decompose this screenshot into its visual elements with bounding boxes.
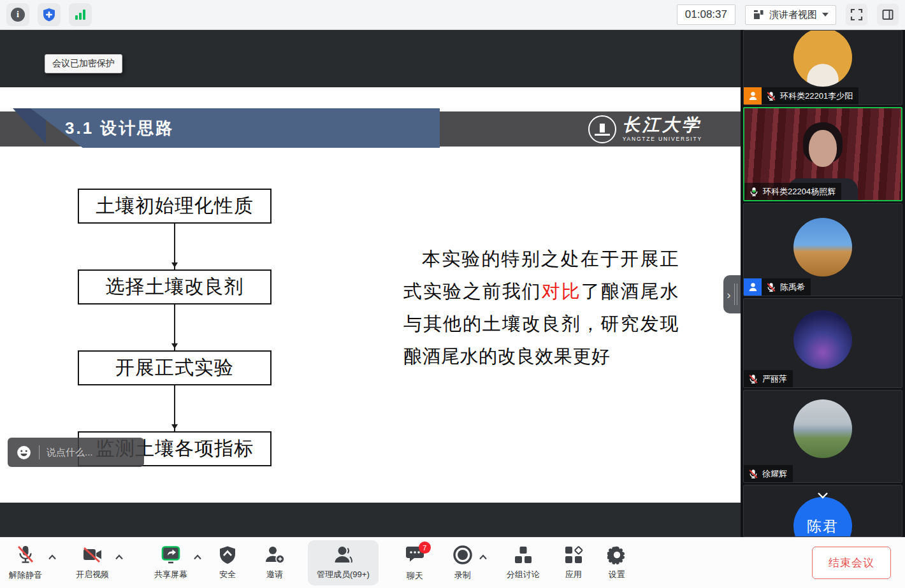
cohost-badge: [744, 278, 762, 296]
flowchart-step-1: 土壤初始理化性质: [78, 189, 272, 224]
security-shield-button[interactable]: [38, 3, 61, 26]
chat-input-divider: [39, 445, 40, 459]
invite-button[interactable]: 邀请: [263, 543, 286, 583]
slide-title: 3.1 设计思路: [65, 108, 174, 148]
participants-sidebar: 环科类22201李少阳 环科类2220: [741, 30, 905, 537]
meeting-timer: 01:08:37: [677, 4, 735, 25]
participant-tile[interactable]: 严丽萍: [743, 298, 902, 388]
quick-chat-input[interactable]: 说点什么...: [8, 438, 144, 467]
participant-namebar: 徐耀辉: [744, 465, 793, 482]
record-button[interactable]: 录制: [451, 542, 474, 584]
mic-muted-icon: [16, 545, 35, 565]
participant-namebar: 环科类22201李少阳: [744, 87, 858, 104]
avatar: [793, 399, 852, 458]
person-icon: [748, 90, 758, 101]
flowchart-step-3: 开展正式实验: [78, 350, 272, 385]
share-screen-icon: [161, 545, 181, 564]
scroll-more-chevron-icon[interactable]: [816, 491, 829, 502]
university-logo: 长江大学 YANGTZE UNIVERSITY: [588, 113, 702, 145]
mic-muted-icon: [766, 91, 776, 101]
share-screen-button[interactable]: 共享屏幕: [153, 543, 189, 583]
fullscreen-icon: [850, 8, 863, 21]
chevron-down-icon: [822, 13, 829, 20]
meeting-main-area: 会议已加密保护 3.1 设计思路 长江大学 YANGTZE UNIVERSITY…: [0, 30, 905, 537]
person-icon: [748, 282, 758, 292]
apps-button[interactable]: 应用: [563, 543, 584, 583]
security-shield-icon: [219, 545, 236, 564]
start-video-button[interactable]: 开启视频: [75, 543, 110, 583]
apps-label: 应用: [565, 569, 582, 580]
shared-screen-stage: 会议已加密保护 3.1 设计思路 长江大学 YANGTZE UNIVERSITY…: [0, 30, 741, 537]
breakout-rooms-icon: [514, 545, 533, 564]
participant-name: 徐耀辉: [762, 468, 787, 480]
participant-tile-speaking[interactable]: 环科类22204杨照辉: [743, 107, 902, 201]
meeting-info-button[interactable]: i: [6, 3, 29, 26]
avatar-initials: 陈君: [807, 517, 839, 536]
flowchart-step-2: 选择土壤改良剂: [78, 269, 272, 305]
settings-label: 设置: [609, 569, 625, 580]
network-signal-button[interactable]: [69, 3, 92, 26]
security-button[interactable]: 安全: [217, 543, 238, 583]
gear-icon: [607, 545, 626, 564]
record-options-chevron[interactable]: [479, 554, 488, 560]
host-badge: [744, 87, 762, 104]
chat-unread-badge: 7: [419, 541, 431, 554]
chevron-right-icon: ›: [727, 289, 730, 301]
chat-input-placeholder[interactable]: 说点什么...: [47, 447, 93, 459]
paragraph-highlight: 对比: [542, 281, 581, 301]
chat-button[interactable]: 7 聊天: [404, 541, 426, 584]
mic-muted-icon: [748, 374, 758, 384]
sidebar-collapse-handle[interactable]: ›: [723, 275, 741, 313]
fullscreen-button[interactable]: [846, 4, 867, 25]
invite-person-icon: [264, 545, 285, 564]
letterbox-bottom: [0, 503, 741, 537]
video-options-chevron[interactable]: [115, 554, 124, 560]
manage-members-button[interactable]: 管理成员(99+): [308, 540, 379, 585]
security-label: 安全: [219, 569, 236, 580]
participant-name: 环科类22201李少阳: [780, 90, 853, 102]
flowchart-arrow: [174, 305, 175, 350]
info-icon: i: [11, 8, 25, 22]
members-icon: [333, 545, 353, 564]
shield-plus-icon: [41, 7, 57, 22]
participant-name: 陈禹希: [780, 282, 805, 293]
breakout-rooms-button[interactable]: 分组讨论: [505, 543, 541, 583]
end-meeting-button[interactable]: 结束会议: [812, 547, 891, 579]
share-screen-label: 共享屏幕: [154, 569, 187, 580]
invite-label: 邀请: [266, 569, 283, 580]
chat-label: 聊天: [407, 570, 423, 582]
start-video-label: 开启视频: [76, 569, 109, 580]
unmute-button[interactable]: 解除静音: [8, 542, 43, 584]
participant-tile[interactable]: 陈禹希: [743, 203, 902, 296]
settings-button[interactable]: 设置: [606, 543, 628, 583]
flowchart: 土壤初始理化性质 选择土壤改良剂 开展正式实验 监测土壤各项指标: [78, 189, 272, 466]
share-options-chevron[interactable]: [193, 554, 202, 560]
emoji-smiley-icon[interactable]: [16, 445, 32, 461]
mic-options-chevron[interactable]: [48, 554, 57, 560]
flowchart-arrow: [174, 224, 175, 269]
meeting-toolbar: 解除静音 开启视频 共享屏幕 安全: [0, 537, 905, 588]
mic-active-icon: [749, 187, 759, 197]
layout-view-icon: [753, 9, 764, 20]
participant-tile[interactable]: 徐耀辉: [743, 390, 902, 483]
mic-muted-icon: [766, 282, 776, 292]
breakout-rooms-label: 分组讨论: [507, 569, 540, 580]
record-label: 录制: [454, 570, 471, 581]
manage-members-label: 管理成员(99+): [317, 569, 370, 580]
participant-tile[interactable]: 环科类22201李少阳: [743, 30, 902, 105]
participant-name: 环科类22204杨照辉: [763, 186, 836, 197]
university-seal-icon: [588, 115, 616, 143]
participant-tile[interactable]: 陈君: [743, 485, 902, 537]
apps-grid-icon: [564, 545, 583, 564]
avatar: 陈君: [793, 497, 852, 537]
participant-name: 严丽萍: [762, 373, 787, 385]
slide-paragraph: 本实验的特别之处在于开展正式实验之前我们对比了酿酒尾水与其他的土壤改良剂，研究发…: [403, 243, 679, 373]
view-mode-selector[interactable]: 演讲者视图: [745, 5, 836, 25]
record-icon: [452, 545, 473, 565]
mic-muted-icon: [748, 469, 758, 479]
avatar: [793, 310, 852, 369]
video-person-face: [809, 130, 837, 167]
side-panel-toggle-button[interactable]: [877, 4, 899, 25]
drag-grip-icon: [734, 283, 737, 305]
avatar: [793, 30, 852, 87]
